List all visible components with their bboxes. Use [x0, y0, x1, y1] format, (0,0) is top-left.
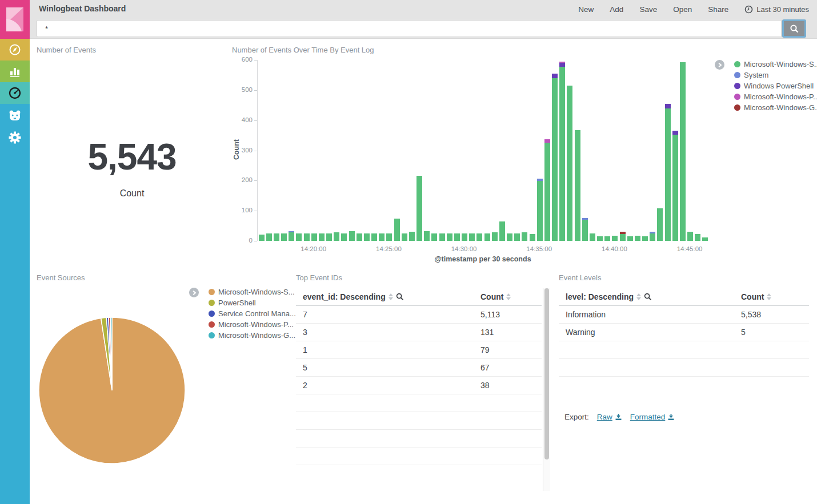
bar-segment[interactable]	[627, 236, 633, 241]
bar-segment[interactable]	[319, 233, 325, 241]
histogram-bar[interactable]	[484, 233, 490, 241]
bar-segment[interactable]	[341, 233, 347, 241]
histogram-bar[interactable]	[642, 236, 648, 241]
bar-segment[interactable]	[484, 233, 490, 241]
bar-segment[interactable]	[259, 235, 265, 241]
column-header-event-id[interactable]: event_id: Descending	[296, 292, 480, 301]
histogram-bar[interactable]	[604, 236, 610, 241]
sort-icon[interactable]	[506, 293, 511, 300]
histogram-bar[interactable]	[386, 233, 392, 241]
bar-segment[interactable]	[544, 143, 550, 241]
sidebar-item-app-face[interactable]	[0, 105, 30, 127]
histogram-bar[interactable]	[597, 236, 603, 241]
histogram-bar[interactable]	[394, 219, 400, 241]
bar-segment[interactable]	[379, 233, 385, 241]
legend-toggle-icon[interactable]	[189, 288, 199, 297]
bar-segment[interactable]	[296, 233, 302, 241]
bar-segment[interactable]	[695, 234, 700, 241]
histogram-bar[interactable]	[304, 233, 310, 241]
sort-icon[interactable]	[389, 293, 393, 300]
bar-segment[interactable]	[334, 232, 339, 241]
bar-segment[interactable]	[687, 232, 693, 241]
bar-segment[interactable]	[559, 67, 565, 241]
histogram-bar[interactable]	[409, 232, 415, 241]
legend-item[interactable]: Microsoft-Windows-P...	[734, 91, 817, 102]
sidebar-item-dashboard[interactable]	[0, 82, 30, 104]
histogram-bar[interactable]	[431, 233, 437, 241]
sidebar-item-settings[interactable]	[0, 127, 30, 148]
export-raw-link[interactable]: Raw	[597, 413, 622, 421]
bar-segment[interactable]	[642, 236, 648, 241]
bar-segment[interactable]	[672, 135, 678, 241]
new-button[interactable]: New	[578, 5, 594, 14]
bar-segment[interactable]	[604, 236, 610, 241]
bar-segment[interactable]	[431, 233, 437, 241]
histogram-bar[interactable]	[424, 231, 430, 241]
histogram-bar[interactable]	[349, 231, 355, 241]
legend-item[interactable]: Microsoft-Windows-G...	[734, 102, 817, 113]
histogram-bar[interactable]	[695, 234, 700, 241]
table-scrollbar-thumb[interactable]	[544, 288, 549, 459]
histogram-bar[interactable]	[402, 233, 407, 241]
bar-segment[interactable]	[590, 233, 595, 241]
legend-item[interactable]: PowerShell	[209, 297, 296, 308]
bar-segment[interactable]	[469, 233, 475, 241]
bar-segment[interactable]	[439, 233, 445, 241]
histogram-bar[interactable]	[544, 139, 550, 241]
histogram-bar[interactable]	[522, 232, 527, 241]
bar-segment[interactable]	[326, 233, 332, 241]
add-button[interactable]: Add	[610, 5, 623, 14]
bar-segment[interactable]	[447, 233, 452, 241]
filter-search-icon[interactable]	[644, 293, 652, 301]
histogram-bar[interactable]	[559, 62, 565, 241]
kibana-logo[interactable]	[0, 0, 30, 39]
bar-segment[interactable]	[462, 233, 467, 241]
histogram-bar[interactable]	[259, 235, 265, 241]
filter-search-icon[interactable]	[396, 293, 404, 301]
bar-segment[interactable]	[672, 131, 678, 135]
histogram-bar[interactable]	[627, 236, 633, 241]
bar-segment[interactable]	[416, 176, 422, 241]
legend-toggle-icon[interactable]	[715, 60, 724, 70]
bar-segment[interactable]	[537, 181, 543, 241]
bar-segment[interactable]	[281, 233, 287, 241]
bar-segment[interactable]	[409, 232, 415, 241]
histogram-bar[interactable]	[469, 233, 475, 241]
bar-segment[interactable]	[522, 232, 527, 241]
histogram-bar[interactable]	[552, 74, 558, 241]
histogram-bar[interactable]	[672, 131, 678, 241]
histogram-bar[interactable]	[702, 237, 708, 241]
histogram-bar[interactable]	[537, 179, 543, 241]
histogram-bar[interactable]	[379, 233, 385, 241]
histogram-bar[interactable]	[371, 233, 377, 241]
bar-segment[interactable]	[386, 233, 392, 241]
sort-icon[interactable]	[636, 293, 641, 300]
bar-segment[interactable]	[665, 104, 671, 108]
histogram-bar[interactable]	[326, 233, 332, 241]
histogram-bar[interactable]	[650, 232, 655, 241]
histogram-bar[interactable]	[657, 208, 663, 241]
bar-segment[interactable]	[575, 130, 580, 241]
export-formatted-link[interactable]: Formatted	[630, 413, 675, 421]
bar-segment[interactable]	[680, 62, 686, 241]
bar-segment[interactable]	[454, 233, 460, 241]
histogram-bar[interactable]	[582, 218, 588, 241]
bar-segment[interactable]	[507, 233, 512, 241]
bar-segment[interactable]	[514, 233, 520, 241]
bar-segment[interactable]	[371, 233, 377, 241]
histogram-bar[interactable]	[590, 233, 595, 241]
bar-segment[interactable]	[650, 233, 655, 241]
bar-segment[interactable]	[289, 232, 294, 241]
time-picker[interactable]: Last 30 minutes	[744, 5, 809, 14]
bar-segment[interactable]	[424, 231, 430, 241]
bar-segment[interactable]	[552, 74, 558, 78]
histogram-bar[interactable]	[289, 231, 294, 241]
histogram-bar[interactable]	[665, 104, 671, 241]
histogram-bar[interactable]	[620, 232, 626, 241]
search-button[interactable]	[782, 19, 806, 38]
sidebar-item-discover[interactable]	[0, 39, 30, 61]
bar-segment[interactable]	[402, 233, 407, 241]
bar-segment[interactable]	[364, 233, 370, 241]
histogram-bar[interactable]	[514, 233, 520, 241]
histogram-bar[interactable]	[567, 86, 572, 241]
